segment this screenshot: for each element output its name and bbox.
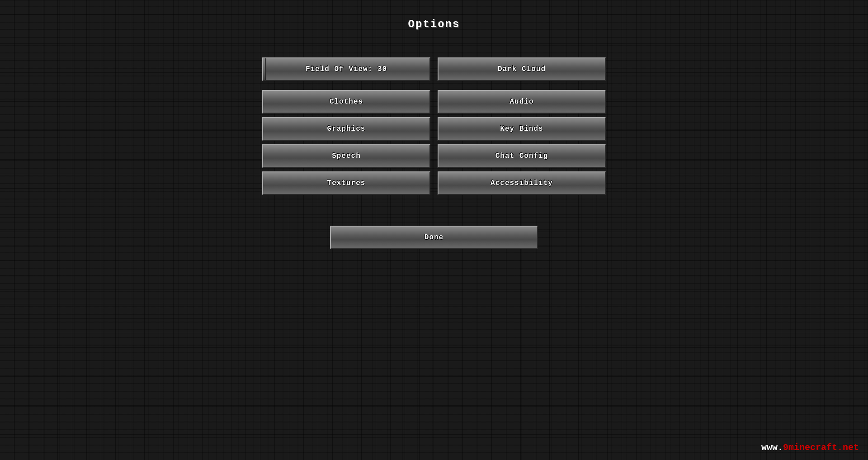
speech-button[interactable]: Speech <box>262 144 430 168</box>
done-row: Done <box>262 226 606 249</box>
watermark: www.9minecraft.net <box>761 442 859 453</box>
grid-row-3: Speech Chat Config <box>262 144 606 168</box>
done-button[interactable]: Done <box>330 226 538 249</box>
keybinds-label: Key Binds <box>500 125 543 133</box>
chat-config-button[interactable]: Chat Config <box>438 144 606 168</box>
graphics-label: Graphics <box>327 125 366 133</box>
textures-button[interactable]: Textures <box>262 171 430 195</box>
grid-row-4: Textures Accessibility <box>262 171 606 195</box>
chat-config-label: Chat Config <box>495 152 548 160</box>
skin-label: Dark Cloud <box>498 65 546 73</box>
page-title: Options <box>408 18 460 30</box>
menu-grid: Clothes Audio Graphics Key Binds Speech … <box>262 90 606 195</box>
done-label: Done <box>425 233 443 242</box>
textures-label: Textures <box>327 179 366 187</box>
graphics-button[interactable]: Graphics <box>262 117 430 141</box>
fov-label: Field Of View: 30 <box>306 65 387 73</box>
speech-label: Speech <box>332 152 361 160</box>
grid-row-2: Graphics Key Binds <box>262 117 606 141</box>
audio-label: Audio <box>509 98 533 106</box>
watermark-site: 9minecraft <box>783 442 837 453</box>
keybinds-button[interactable]: Key Binds <box>438 117 606 141</box>
options-container: Field Of View: 30 Dark Cloud Clothes Aud… <box>262 57 606 249</box>
watermark-prefix: www. <box>761 442 783 453</box>
accessibility-button[interactable]: Accessibility <box>438 171 606 195</box>
clothes-button[interactable]: Clothes <box>262 90 430 114</box>
accessibility-label: Accessibility <box>491 179 553 187</box>
audio-button[interactable]: Audio <box>438 90 606 114</box>
clothes-label: Clothes <box>330 98 363 106</box>
fov-button[interactable]: Field Of View: 30 <box>262 57 430 81</box>
watermark-suffix: .net <box>837 442 859 453</box>
fov-indicator <box>263 58 266 80</box>
top-row: Field Of View: 30 Dark Cloud <box>262 57 606 81</box>
grid-row-1: Clothes Audio <box>262 90 606 114</box>
skin-button[interactable]: Dark Cloud <box>438 57 606 81</box>
